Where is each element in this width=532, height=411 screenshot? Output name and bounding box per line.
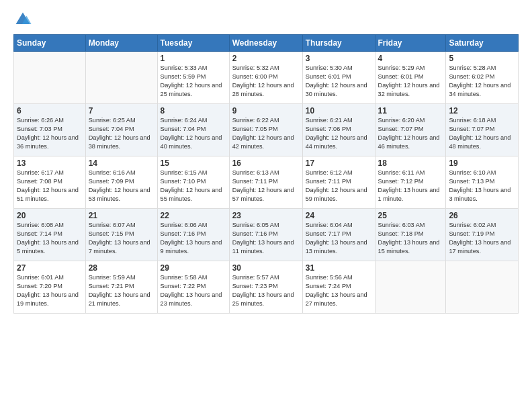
day-info: Sunrise: 5:29 AMSunset: 6:01 PMDaylight:…	[378, 64, 443, 99]
weekday-header: Saturday	[446, 35, 519, 52]
calendar-cell	[375, 261, 446, 314]
calendar-cell: 1Sunrise: 5:33 AMSunset: 5:59 PMDaylight…	[157, 52, 229, 104]
calendar-cell: 14Sunrise: 6:16 AMSunset: 7:09 PMDayligh…	[85, 156, 157, 209]
day-number: 1	[161, 54, 226, 63]
day-number: 19	[449, 158, 515, 168]
day-number: 29	[161, 263, 226, 273]
day-number: 31	[306, 263, 372, 273]
calendar-cell: 3Sunrise: 5:30 AMSunset: 6:01 PMDaylight…	[302, 52, 375, 104]
logo	[13, 10, 34, 29]
day-info: Sunrise: 6:16 AMSunset: 7:09 PMDaylight:…	[89, 169, 154, 203]
day-info: Sunrise: 6:26 AMSunset: 7:03 PMDaylight:…	[17, 116, 83, 151]
day-info: Sunrise: 5:28 AMSunset: 6:02 PMDaylight:…	[449, 64, 515, 99]
day-number: 17	[306, 158, 372, 168]
day-info: Sunrise: 6:06 AMSunset: 7:16 PMDaylight:…	[161, 221, 226, 256]
calendar-cell: 17Sunrise: 6:12 AMSunset: 7:11 PMDayligh…	[302, 156, 375, 209]
day-number: 5	[449, 54, 515, 63]
calendar-cell: 20Sunrise: 6:08 AMSunset: 7:14 PMDayligh…	[14, 209, 86, 261]
day-info: Sunrise: 6:20 AMSunset: 7:07 PMDaylight:…	[378, 116, 443, 151]
day-info: Sunrise: 5:56 AMSunset: 7:24 PMDaylight:…	[306, 273, 372, 308]
calendar-header-row: SundayMondayTuesdayWednesdayThursdayFrid…	[14, 35, 519, 52]
day-number: 22	[161, 211, 226, 220]
calendar-week-row: 20Sunrise: 6:08 AMSunset: 7:14 PMDayligh…	[14, 209, 519, 261]
calendar-table: SundayMondayTuesdayWednesdayThursdayFrid…	[13, 34, 519, 314]
calendar-cell: 27Sunrise: 6:01 AMSunset: 7:20 PMDayligh…	[14, 261, 86, 314]
calendar-cell: 5Sunrise: 5:28 AMSunset: 6:02 PMDaylight…	[446, 52, 519, 104]
calendar-cell: 21Sunrise: 6:07 AMSunset: 7:15 PMDayligh…	[85, 209, 157, 261]
calendar-cell: 23Sunrise: 6:05 AMSunset: 7:16 PMDayligh…	[229, 209, 302, 261]
day-info: Sunrise: 6:04 AMSunset: 7:17 PMDaylight:…	[306, 221, 372, 256]
day-info: Sunrise: 6:03 AMSunset: 7:18 PMDaylight:…	[378, 221, 443, 256]
day-number: 28	[89, 263, 154, 273]
day-number: 24	[306, 211, 372, 220]
calendar-cell: 4Sunrise: 5:29 AMSunset: 6:01 PMDaylight…	[375, 52, 446, 104]
calendar-cell: 15Sunrise: 6:15 AMSunset: 7:10 PMDayligh…	[157, 156, 229, 209]
weekday-header: Tuesday	[157, 35, 229, 52]
day-number: 15	[161, 158, 226, 168]
calendar-cell: 7Sunrise: 6:25 AMSunset: 7:04 PMDaylight…	[85, 104, 157, 156]
day-number: 18	[378, 158, 443, 168]
day-number: 2	[232, 54, 300, 63]
day-number: 27	[17, 263, 83, 273]
day-number: 25	[378, 211, 443, 220]
day-info: Sunrise: 6:07 AMSunset: 7:15 PMDaylight:…	[89, 221, 154, 256]
day-info: Sunrise: 6:17 AMSunset: 7:08 PMDaylight:…	[17, 169, 83, 203]
day-info: Sunrise: 6:10 AMSunset: 7:13 PMDaylight:…	[449, 169, 515, 203]
calendar-cell: 31Sunrise: 5:56 AMSunset: 7:24 PMDayligh…	[302, 261, 375, 314]
day-info: Sunrise: 6:05 AMSunset: 7:16 PMDaylight:…	[232, 221, 300, 256]
weekday-header: Monday	[85, 35, 157, 52]
day-info: Sunrise: 5:58 AMSunset: 7:22 PMDaylight:…	[161, 273, 226, 308]
day-number: 8	[161, 106, 226, 116]
calendar-cell	[14, 52, 86, 104]
page-header	[13, 10, 519, 29]
day-info: Sunrise: 6:13 AMSunset: 7:11 PMDaylight:…	[232, 169, 300, 203]
day-info: Sunrise: 6:08 AMSunset: 7:14 PMDaylight:…	[17, 221, 83, 256]
calendar-cell: 18Sunrise: 6:11 AMSunset: 7:12 PMDayligh…	[375, 156, 446, 209]
calendar-cell: 22Sunrise: 6:06 AMSunset: 7:16 PMDayligh…	[157, 209, 229, 261]
calendar-cell: 19Sunrise: 6:10 AMSunset: 7:13 PMDayligh…	[446, 156, 519, 209]
day-info: Sunrise: 6:11 AMSunset: 7:12 PMDaylight:…	[378, 169, 443, 203]
day-info: Sunrise: 5:59 AMSunset: 7:21 PMDaylight:…	[89, 273, 154, 308]
day-info: Sunrise: 6:12 AMSunset: 7:11 PMDaylight:…	[306, 169, 372, 203]
calendar-cell	[446, 261, 519, 314]
calendar-week-row: 27Sunrise: 6:01 AMSunset: 7:20 PMDayligh…	[14, 261, 519, 314]
calendar-cell: 12Sunrise: 6:18 AMSunset: 7:07 PMDayligh…	[446, 104, 519, 156]
weekday-header: Wednesday	[229, 35, 302, 52]
calendar-cell: 8Sunrise: 6:24 AMSunset: 7:04 PMDaylight…	[157, 104, 229, 156]
day-number: 6	[17, 106, 83, 116]
day-info: Sunrise: 6:02 AMSunset: 7:19 PMDaylight:…	[449, 221, 515, 256]
calendar-cell: 28Sunrise: 5:59 AMSunset: 7:21 PMDayligh…	[85, 261, 157, 314]
calendar-cell: 26Sunrise: 6:02 AMSunset: 7:19 PMDayligh…	[446, 209, 519, 261]
day-info: Sunrise: 6:21 AMSunset: 7:06 PMDaylight:…	[306, 116, 372, 151]
logo-icon	[13, 10, 32, 29]
day-number: 14	[89, 158, 154, 168]
weekday-header: Sunday	[14, 35, 86, 52]
calendar-cell	[85, 52, 157, 104]
calendar-cell: 10Sunrise: 6:21 AMSunset: 7:06 PMDayligh…	[302, 104, 375, 156]
day-number: 3	[306, 54, 372, 63]
weekday-header: Friday	[375, 35, 446, 52]
day-number: 21	[89, 211, 154, 220]
day-info: Sunrise: 6:22 AMSunset: 7:05 PMDaylight:…	[232, 116, 300, 151]
day-number: 30	[232, 263, 300, 273]
calendar-cell: 9Sunrise: 6:22 AMSunset: 7:05 PMDaylight…	[229, 104, 302, 156]
day-number: 13	[17, 158, 83, 168]
calendar-cell: 24Sunrise: 6:04 AMSunset: 7:17 PMDayligh…	[302, 209, 375, 261]
day-number: 7	[89, 106, 154, 116]
day-number: 12	[449, 106, 515, 116]
day-number: 9	[232, 106, 300, 116]
calendar-week-row: 6Sunrise: 6:26 AMSunset: 7:03 PMDaylight…	[14, 104, 519, 156]
day-number: 11	[378, 106, 443, 116]
day-info: Sunrise: 5:30 AMSunset: 6:01 PMDaylight:…	[306, 64, 372, 99]
day-info: Sunrise: 6:24 AMSunset: 7:04 PMDaylight:…	[161, 116, 226, 151]
calendar-cell: 29Sunrise: 5:58 AMSunset: 7:22 PMDayligh…	[157, 261, 229, 314]
calendar-cell: 13Sunrise: 6:17 AMSunset: 7:08 PMDayligh…	[14, 156, 86, 209]
day-number: 23	[232, 211, 300, 220]
calendar-week-row: 1Sunrise: 5:33 AMSunset: 5:59 PMDaylight…	[14, 52, 519, 104]
day-number: 26	[449, 211, 515, 220]
day-info: Sunrise: 6:25 AMSunset: 7:04 PMDaylight:…	[89, 116, 154, 151]
day-info: Sunrise: 6:15 AMSunset: 7:10 PMDaylight:…	[161, 169, 226, 203]
day-number: 4	[378, 54, 443, 63]
calendar-cell: 6Sunrise: 6:26 AMSunset: 7:03 PMDaylight…	[14, 104, 86, 156]
day-info: Sunrise: 5:33 AMSunset: 5:59 PMDaylight:…	[161, 64, 226, 99]
